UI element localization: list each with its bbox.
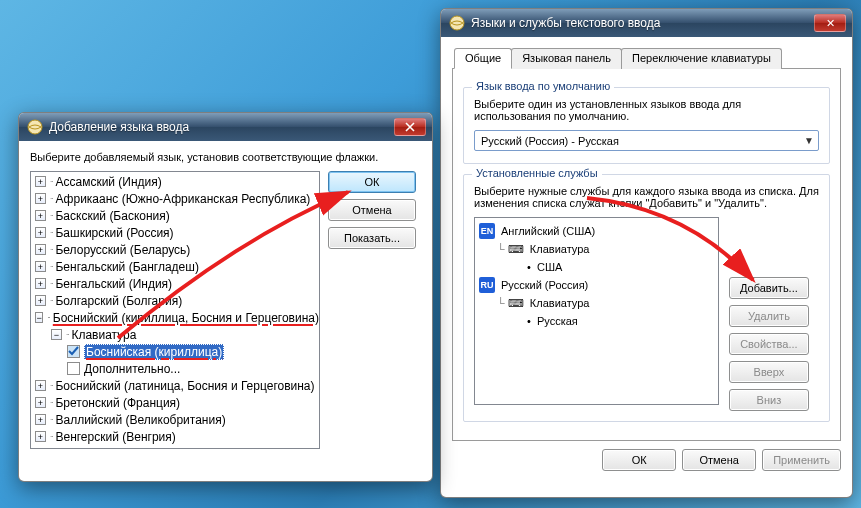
tree-item[interactable]: +··Боснийский (латиница, Босния и Герцег… xyxy=(31,377,319,394)
expand-icon[interactable]: + xyxy=(35,380,46,391)
tree-connector: ·· xyxy=(47,313,49,322)
tree-item-label: Венгерский (Венгрия) xyxy=(55,430,175,444)
tree-item[interactable]: −··Клавиатура xyxy=(31,326,319,343)
tree-item[interactable]: +··Бретонский (Франция) xyxy=(31,394,319,411)
text-services-window: Языки и службы текстового ввода ✕ Общие … xyxy=(440,8,853,498)
keyboard-icon: ⌨ xyxy=(508,297,524,310)
app-icon xyxy=(27,119,43,135)
tree-item[interactable]: +··Бенгальский (Индия) xyxy=(31,275,319,292)
move-up-button[interactable]: Вверх xyxy=(729,361,809,383)
tree-item-label: Бретонский (Франция) xyxy=(55,396,180,410)
expand-icon[interactable]: + xyxy=(35,278,46,289)
tree-connector: └ xyxy=(497,297,505,309)
tree-item-label: Башкирский (Россия) xyxy=(55,226,173,240)
expand-icon[interactable]: + xyxy=(35,176,46,187)
default-language-select[interactable]: Русский (Россия) - Русская ▼ xyxy=(474,130,819,151)
svg-point-1 xyxy=(28,120,42,134)
language-tree[interactable]: +··Ассамский (Индия)+··Африкаанс (Южно-А… xyxy=(30,171,320,449)
tree-item-label: Ассамский (Индия) xyxy=(55,175,161,189)
expand-icon[interactable]: + xyxy=(35,210,46,221)
ru-badge-icon: RU xyxy=(479,277,495,293)
tree-connector: ·· xyxy=(66,330,68,339)
expand-icon[interactable]: + xyxy=(35,244,46,255)
collapse-icon[interactable]: − xyxy=(35,312,43,323)
tab-language-bar[interactable]: Языковая панель xyxy=(511,48,622,69)
tree-item[interactable]: Дополнительно... xyxy=(31,360,319,377)
expand-icon[interactable]: + xyxy=(35,448,46,449)
ok-button[interactable]: ОК xyxy=(602,449,676,471)
tree-item[interactable]: +··Верхний лужицкий (Германия) xyxy=(31,445,319,449)
tree-item-label: Белорусский (Беларусь) xyxy=(55,243,190,257)
tree-item-label: Баскский (Баскония) xyxy=(55,209,169,223)
expand-icon[interactable]: + xyxy=(35,431,46,442)
tree-item[interactable]: +··Валлийский (Великобритания) xyxy=(31,411,319,428)
ok-button[interactable]: ОК xyxy=(328,171,416,193)
expand-icon[interactable]: + xyxy=(35,414,46,425)
tree-connector: ·· xyxy=(50,245,52,254)
titlebar: Языки и службы текстового ввода ✕ xyxy=(441,9,852,37)
default-language-text: Выберите один из установленных языков вв… xyxy=(474,98,819,122)
tree-connector: ·· xyxy=(50,194,52,203)
close-button[interactable] xyxy=(394,118,426,136)
tree-connector: ·· xyxy=(50,228,52,237)
svg-point-0 xyxy=(450,16,464,30)
tree-connector: ·· xyxy=(50,211,52,220)
tree-item-label: Бенгальский (Индия) xyxy=(55,277,172,291)
tab-key-switch[interactable]: Переключение клавиатуры xyxy=(621,48,782,69)
keyboard-label: Клавиатура xyxy=(530,243,590,255)
select-value: Русский (Россия) - Русская xyxy=(481,135,619,147)
expand-icon[interactable]: + xyxy=(35,397,46,408)
tree-item[interactable]: +··Белорусский (Беларусь) xyxy=(31,241,319,258)
cancel-button[interactable]: Отмена xyxy=(328,199,416,221)
tree-item[interactable]: +··Ассамский (Индия) xyxy=(31,173,319,190)
window-title: Добавление языка ввода xyxy=(49,120,388,134)
en-badge-icon: EN xyxy=(479,223,495,239)
window-title: Языки и службы текстового ввода xyxy=(471,16,808,30)
collapse-icon[interactable]: − xyxy=(51,329,62,340)
tree-connector: ·· xyxy=(50,296,52,305)
tree-item[interactable]: +··Баскский (Баскония) xyxy=(31,207,319,224)
installed-services-text: Выберите нужные службы для каждого языка… xyxy=(474,185,819,209)
add-button[interactable]: Добавить... xyxy=(729,277,809,299)
expand-icon[interactable]: + xyxy=(35,261,46,272)
tree-item-label: Верхний лужицкий (Германия) xyxy=(55,447,224,450)
tab-general[interactable]: Общие xyxy=(454,48,512,69)
tree-item[interactable]: +··Бенгальский (Бангладеш) xyxy=(31,258,319,275)
tree-connector: └ xyxy=(497,243,505,255)
app-icon xyxy=(449,15,465,31)
tree-item[interactable]: +··Башкирский (Россия) xyxy=(31,224,319,241)
checkbox[interactable] xyxy=(67,362,80,375)
expand-icon[interactable]: + xyxy=(35,227,46,238)
tabstrip: Общие Языковая панель Переключение клави… xyxy=(452,47,841,69)
tree-connector: ·· xyxy=(50,415,52,424)
tree-item[interactable]: +··Африкаанс (Южно-Африканская Республик… xyxy=(31,190,319,207)
expand-icon[interactable]: + xyxy=(35,295,46,306)
kb-us: США xyxy=(537,261,562,273)
default-language-group: Язык ввода по умолчанию Выберите один из… xyxy=(463,87,830,164)
apply-button[interactable]: Применить xyxy=(762,449,841,471)
tree-item-label: Боснийский (латиница, Босния и Герцегови… xyxy=(55,379,314,393)
tree-item[interactable]: +··Венгерский (Венгрия) xyxy=(31,428,319,445)
titlebar: Добавление языка ввода xyxy=(19,113,432,141)
tree-item[interactable]: Боснийская (кириллица) xyxy=(31,343,319,360)
tree-item[interactable]: −··Боснийский (кириллица, Босния и Герце… xyxy=(31,309,319,326)
kb-layout: • xyxy=(527,261,537,273)
cancel-button[interactable]: Отмена xyxy=(682,449,756,471)
checkbox[interactable] xyxy=(67,345,80,358)
remove-button[interactable]: Удалить xyxy=(729,305,809,327)
tree-item-label: Боснийский (кириллица, Босния и Герцегов… xyxy=(53,311,319,325)
group-legend: Язык ввода по умолчанию xyxy=(472,80,614,92)
expand-icon[interactable]: + xyxy=(35,193,46,204)
close-button[interactable]: ✕ xyxy=(814,14,846,32)
keyboard-label: Клавиатура xyxy=(530,297,590,309)
show-button[interactable]: Показать... xyxy=(328,227,416,249)
tree-item[interactable]: +··Болгарский (Болгария) xyxy=(31,292,319,309)
move-down-button[interactable]: Вниз xyxy=(729,389,809,411)
group-legend: Установленные службы xyxy=(472,167,602,179)
tree-item-label: Бенгальский (Бангладеш) xyxy=(55,260,198,274)
kb-ru: Русская xyxy=(537,315,578,327)
services-tree[interactable]: ENАнглийский (США) └ ⌨Клавиатура • США R… xyxy=(474,217,719,405)
keyboard-icon: ⌨ xyxy=(508,243,524,256)
tree-connector: ·· xyxy=(50,279,52,288)
properties-button[interactable]: Свойства... xyxy=(729,333,809,355)
